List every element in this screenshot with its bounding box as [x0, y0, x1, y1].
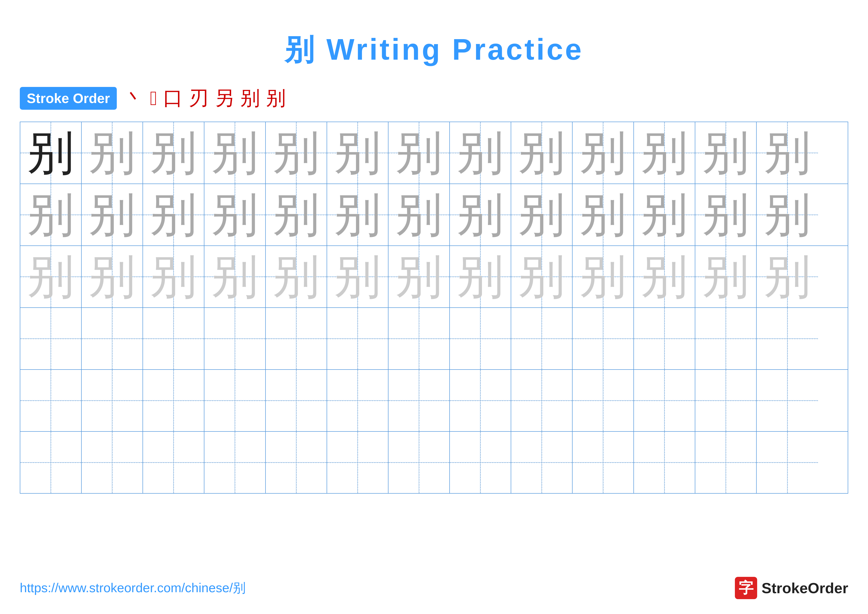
grid-cell[interactable]	[266, 308, 327, 369]
grid-cell: 别	[82, 246, 143, 307]
grid-cell[interactable]	[695, 370, 756, 431]
stroke-order-section: Stroke Order 丶 𠃌 口 刃 另 别 别	[20, 85, 848, 112]
grid-cell[interactable]	[327, 370, 389, 431]
stroke-step-6: 别	[240, 85, 260, 112]
char-display: 别	[395, 129, 442, 176]
grid-cell[interactable]	[143, 308, 205, 369]
grid-cell[interactable]	[20, 432, 82, 493]
grid-cell[interactable]	[634, 370, 695, 431]
char-display: 别	[518, 129, 565, 176]
grid-cell: 别	[573, 122, 634, 183]
practice-grid: 别 别 别 别 别 别 别 别	[20, 121, 848, 494]
stroke-step-1: 丶	[124, 85, 144, 112]
grid-cell: 别	[450, 184, 511, 246]
grid-cell[interactable]	[143, 370, 205, 431]
grid-cell[interactable]	[143, 432, 205, 493]
stroke-step-4: 刃	[189, 85, 209, 112]
footer: https://www.strokeorder.com/chinese/别 字 …	[0, 577, 868, 599]
char-display: 别	[580, 253, 626, 300]
footer-logo: 字 StrokeOrder	[735, 577, 848, 599]
grid-cell[interactable]	[634, 432, 695, 493]
grid-cell[interactable]	[511, 432, 573, 493]
char-display: 别	[641, 191, 688, 238]
grid-cell[interactable]	[82, 370, 143, 431]
grid-cell[interactable]	[450, 370, 511, 431]
grid-cell: 别	[450, 246, 511, 307]
grid-cell: 别	[266, 246, 327, 307]
grid-row-3: 别 别 别 别 别 别 别 别	[20, 246, 848, 308]
grid-cell[interactable]	[634, 308, 695, 369]
grid-cell: 别	[82, 122, 143, 183]
grid-cell[interactable]	[205, 432, 266, 493]
grid-cell[interactable]	[20, 370, 82, 431]
grid-cell: 别	[389, 122, 450, 183]
grid-cell[interactable]	[389, 432, 450, 493]
grid-cell: 别	[143, 184, 205, 246]
grid-cell: 别	[695, 246, 756, 307]
grid-cell[interactable]	[756, 308, 818, 369]
grid-cell: 别	[695, 184, 756, 246]
char-display: 别	[457, 253, 504, 300]
grid-cell[interactable]	[756, 432, 818, 493]
grid-cell: 别	[205, 122, 266, 183]
grid-cell: 别	[327, 122, 389, 183]
char-display: 别	[273, 191, 320, 238]
grid-cell[interactable]	[205, 370, 266, 431]
grid-cell: 别	[634, 184, 695, 246]
grid-cell[interactable]	[20, 308, 82, 369]
char-display: 别	[27, 129, 74, 176]
char-display: 别	[518, 191, 565, 238]
char-display: 别	[764, 191, 811, 238]
page-title: 别 Writing Practice	[0, 0, 868, 70]
grid-cell: 别	[327, 246, 389, 307]
grid-cell: 别	[634, 122, 695, 183]
grid-cell[interactable]	[695, 432, 756, 493]
grid-row-1: 别 别 别 别 别 别 别 别	[20, 122, 848, 184]
char-display: 别	[211, 191, 258, 238]
grid-cell: 别	[756, 122, 818, 183]
grid-cell[interactable]	[573, 308, 634, 369]
grid-cell[interactable]	[327, 308, 389, 369]
char-display: 别	[211, 129, 258, 176]
grid-cell: 别	[20, 122, 82, 183]
grid-cell[interactable]	[573, 432, 634, 493]
char-display: 别	[702, 191, 749, 238]
grid-cell: 别	[143, 122, 205, 183]
grid-cell: 别	[756, 184, 818, 246]
char-display: 别	[273, 129, 320, 176]
grid-cell[interactable]	[450, 308, 511, 369]
char-display: 别	[457, 129, 504, 176]
stroke-step-7: 别	[266, 85, 286, 112]
grid-cell[interactable]	[266, 432, 327, 493]
grid-cell[interactable]	[573, 370, 634, 431]
grid-cell[interactable]	[511, 370, 573, 431]
grid-cell: 别	[20, 184, 82, 246]
char-display: 别	[764, 129, 811, 176]
stroke-steps: 丶 𠃌 口 刃 另 别 别	[124, 85, 286, 112]
char-display: 别	[580, 129, 626, 176]
grid-cell[interactable]	[756, 370, 818, 431]
grid-cell[interactable]	[389, 370, 450, 431]
grid-row-6	[20, 432, 848, 493]
grid-cell: 别	[389, 184, 450, 246]
char-display: 别	[150, 129, 197, 176]
grid-cell[interactable]	[511, 308, 573, 369]
grid-cell[interactable]	[695, 308, 756, 369]
char-display: 别	[702, 129, 749, 176]
grid-cell: 别	[20, 246, 82, 307]
grid-cell[interactable]	[450, 432, 511, 493]
grid-cell[interactable]	[327, 432, 389, 493]
stroke-step-2: 𠃌	[150, 87, 157, 110]
grid-cell[interactable]	[82, 308, 143, 369]
grid-cell: 别	[695, 122, 756, 183]
grid-cell: 别	[205, 184, 266, 246]
char-display: 别	[211, 253, 258, 300]
grid-cell[interactable]	[389, 308, 450, 369]
grid-cell: 别	[573, 246, 634, 307]
char-display: 别	[150, 191, 197, 238]
char-display: 别	[395, 191, 442, 238]
grid-cell[interactable]	[205, 308, 266, 369]
grid-cell[interactable]	[82, 432, 143, 493]
stroke-step-5: 另	[214, 85, 234, 112]
grid-cell[interactable]	[266, 370, 327, 431]
